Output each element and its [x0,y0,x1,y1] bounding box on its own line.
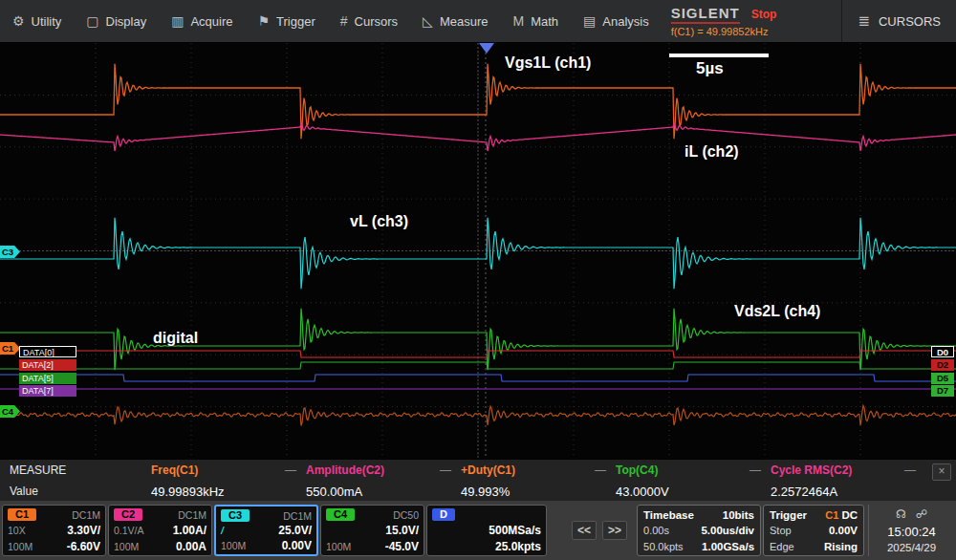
clock-time: 15:00:24 [887,525,936,539]
timebase-scale-label: 5µs [696,59,724,78]
menu-label: Measure [440,14,489,29]
measure-label: Amplitude(C2) [306,463,384,477]
math-icon: M [512,13,524,29]
channel-value: 1.00A/ [173,524,206,537]
digital-indicator-d0: D0 [931,346,954,357]
digital-label-data7: DATA[7] [19,385,76,397]
menu-math[interactable]: MMath [500,0,571,42]
cursors-icon: # [340,13,348,29]
sample-rate: 1.00GSa/s [702,541,754,552]
trigger-source: C1 [825,509,838,521]
menu-trigger[interactable]: ⚑Trigger [246,0,328,42]
annotation-il: iL (ch2) [684,143,739,161]
channel-badge-c4: C4 [326,508,355,521]
timebase-delay: 0.00s [643,525,669,536]
trigger-icon: ⚑ [258,13,271,29]
coupling-label: DC50 [393,509,419,521]
menu-acquire[interactable]: ▥Acquire [159,0,245,42]
menu-label: Analysis [602,14,648,29]
audio-icon: ☊ [896,507,906,521]
menu-cursors[interactable]: #Cursors [328,0,410,42]
trigger-type: Edge [770,541,794,552]
scope-canvas[interactable] [0,43,956,459]
trigger-title: Trigger [770,509,807,521]
menu-label: Trigger [276,14,315,29]
trigger-position-marker[interactable] [479,43,494,54]
scroll-right-button[interactable]: >> [602,521,627,540]
measure-value-5: 2.2572464A [771,485,925,499]
measure-item-2[interactable]: Amplitude(C2)— [306,463,461,477]
menu-measure[interactable]: ◺Measure [410,0,500,42]
channel-badge-c2: C2 [114,508,142,521]
menu-label: Display [106,14,147,29]
measure-item-5[interactable]: Cycle RMS(C2)— [771,463,925,477]
measure-label: Top(C4) [616,463,658,477]
clock-date: 2025/4/29 [887,542,936,553]
acquire-icon: ▥ [171,13,184,29]
measure-item-1[interactable]: Freq(C1)— [151,463,306,477]
clipboard-icon: ≣ [858,12,870,30]
channel-value: -6.60V [67,540,100,553]
menu-label: Math [531,14,558,29]
channel-badge-c3: C3 [221,509,250,522]
trigger-status: Stop [770,525,792,536]
channel-badge-d: D [432,508,455,521]
stat-dash: — [440,463,451,477]
digital-label-data5: DATA[5] [19,373,76,384]
channel-attr: 10X [8,525,26,536]
cursors-button[interactable]: ≣ CURSORS [841,0,956,42]
menu-label: Cursors [355,14,399,29]
stat-dash: — [285,463,296,477]
menu-display[interactable]: ▢Display [74,0,159,42]
channel-box-c1[interactable]: C1DC1M10X3.30V/100M-6.60V [2,505,106,556]
digital-label-data2: DATA[2] [19,359,76,371]
channel-value: 0.00A [176,540,206,553]
frequency-counter: f(C1) = 49.99852kHz [671,26,815,37]
stat-dash: — [904,463,916,477]
measure-item-4[interactable]: Top(C4)— [616,463,771,477]
utility-icon: ⚙ [12,13,25,29]
menu-utility[interactable]: ⚙Utility [0,0,74,42]
stat-dash: — [750,463,761,477]
measure-row-label: Value [0,485,151,498]
channel-value: 25.0V/ [278,524,312,537]
waveform-display[interactable]: 5µs Vgs1L (ch1)iL (ch2)vL (ch3)Vds2L (ch… [0,43,956,459]
brand-block: SIGLENT Stop f(C1) = 49.99852kHz [662,0,824,42]
annotation-vds2l: Vds2L (ch4) [734,303,820,320]
display-icon: ▢ [86,13,98,29]
measure-value-4: 43.0000V [616,485,771,499]
measure-panel: MEASURE Freq(C1)—Amplitude(C2)—+Duty(C1)… [0,459,956,501]
channel-attr: 100M [221,540,246,551]
menu-analysis[interactable]: ▤Analysis [571,0,662,42]
channel-attr: 0.1V/A [114,525,144,536]
channel-box-d[interactable]: D500MSa/s25.0kpts [426,505,547,556]
measure-panel-title: MEASURE [0,463,151,477]
measure-close-button[interactable]: × [932,463,951,481]
channel-box-c3[interactable]: C3DC1M/25.0V/100M0.00V [214,505,318,556]
cursors-button-label: CURSORS [879,14,941,29]
timebase-scale: 5.00us/div [701,525,754,536]
stat-dash: — [595,463,606,477]
trigger-coupling: DC [841,509,858,521]
timebase-scale-bar [669,54,769,57]
channel-attr: 100M [114,541,139,552]
channel-box-c2[interactable]: C2DC1M0.1V/A1.00A/100M0.00A [108,505,212,556]
channel-value: 25.0kpts [495,540,541,553]
measure-item-3[interactable]: +Duty(C1)— [461,463,616,477]
annotation-digital: digital [153,330,198,347]
scroll-left-button[interactable]: << [572,521,597,540]
coupling-label: DC1M [72,509,100,521]
annotation-vgs1l: Vgs1L (ch1) [505,54,591,72]
timebase-box[interactable]: Timebase10bits 0.00s5.00us/div 50.0kpts1… [637,505,761,556]
clock-box: ☊ ☍ 15:00:24 2025/4/29 [868,505,954,556]
memory-depth: 50.0kpts [643,541,684,552]
channel-boxes: C1DC1M10X3.30V/100M-6.60VC2DC1M0.1V/A1.0… [2,505,547,556]
channel-box-c4[interactable]: C4DC5015.0V/100M-45.0V [320,505,424,556]
network-icon: ☍ [916,507,927,521]
measure-label: Cycle RMS(C2) [771,463,852,477]
trigger-box[interactable]: Trigger C1 DC Stop0.00V EdgeRising [763,505,864,556]
digital-indicator-d7: D7 [931,385,954,397]
timebase-title: Timebase [643,509,694,521]
menu: ⚙Utility▢Display▥Acquire⚑Trigger#Cursors… [0,0,662,42]
measure-icon: ◺ [423,13,433,29]
